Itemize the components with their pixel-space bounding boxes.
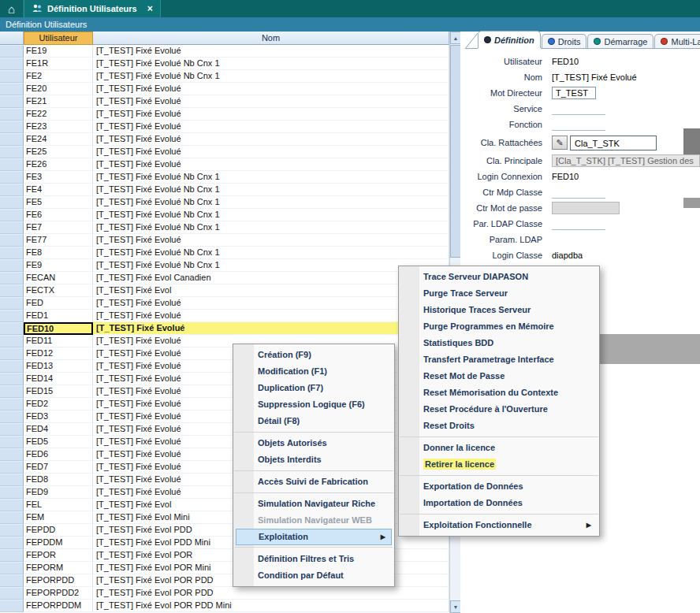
user-cell[interactable]: FED11	[24, 335, 93, 347]
user-cell[interactable]: FE9	[24, 259, 93, 272]
row-selector-cell[interactable]	[0, 58, 24, 70]
table-row[interactable]: FE1R [T_TEST] Fixé Evolué Nb Cnx 1	[0, 58, 449, 70]
row-selector-cell[interactable]	[0, 272, 24, 284]
row-selector-cell[interactable]	[0, 171, 24, 184]
row-selector-header[interactable]	[0, 32, 24, 45]
name-cell[interactable]: [T_TEST] Fixé Evolué	[93, 158, 449, 171]
scroll-down-button[interactable]: ▼	[450, 600, 460, 613]
menu-item[interactable]: Condition par Défaut ▶	[236, 567, 392, 584]
submenu-item[interactable]: Reset Mémorisation du Contexte ▶	[401, 385, 597, 401]
user-cell[interactable]: FEPORPDD	[24, 574, 93, 587]
name-cell[interactable]: [T_TEST] Fixé Evolué	[93, 322, 449, 335]
name-cell[interactable]: [T_TEST] Fixé Evolué	[93, 45, 449, 58]
user-cell[interactable]: FE22	[24, 108, 93, 121]
user-cell[interactable]: FED4	[24, 423, 93, 436]
name-cell[interactable]: [T_TEST] Fixé Evolué	[93, 297, 449, 310]
submenu-item[interactable]: Transfert Parametrage Interface ▶	[401, 351, 597, 368]
table-row[interactable]: FED1 [T_TEST] Fixé Evolué	[0, 310, 449, 322]
field-value[interactable]: FED10	[552, 57, 579, 66]
submenu-item[interactable]: Trace Serveur DIAPASON ▶	[401, 269, 597, 285]
user-cell[interactable]: FED2	[24, 398, 93, 411]
name-cell[interactable]: [T_TEST] Fixé Evolué Nb Cnx 1	[93, 58, 449, 70]
field-value[interactable]	[552, 202, 620, 214]
row-selector-cell[interactable]	[0, 146, 24, 158]
row-selector-cell[interactable]	[0, 587, 24, 600]
column-header-utilisateur[interactable]: Utilisateur	[24, 32, 93, 45]
row-selector-cell[interactable]	[0, 385, 24, 398]
field-value[interactable]	[552, 218, 605, 230]
table-row[interactable]: FE19 [T_TEST] Fixé Evolué	[0, 45, 449, 58]
name-cell[interactable]: [T_TEST] Fixé Evol	[93, 284, 449, 297]
field-value[interactable]	[552, 103, 605, 115]
row-selector-cell[interactable]	[0, 121, 24, 133]
tab-close-icon[interactable]: ×	[147, 3, 153, 14]
scrollbar-thumb[interactable]	[450, 45, 460, 258]
name-cell[interactable]: [T_TEST] Fixé Evol POR PDD Mini	[93, 600, 449, 612]
row-selector-cell[interactable]	[0, 209, 24, 221]
user-cell[interactable]: FED7	[24, 461, 93, 474]
name-cell[interactable]: [T_TEST] Fixé Evolué	[93, 83, 449, 95]
submenu-item[interactable]: Historique Traces Serveur ▶	[401, 302, 597, 318]
submenu-item[interactable]: Reset Mot de Passe ▶	[401, 368, 597, 385]
user-cell[interactable]: FED5	[24, 436, 93, 448]
panel-tab[interactable]: Droits	[542, 34, 587, 48]
user-cell[interactable]: FEPORM	[24, 562, 93, 574]
menu-item[interactable]: Duplication (F7) ▶	[236, 380, 392, 396]
table-row[interactable]: FEPORPDD2 [T_TEST] Fixé Evol POR PDD	[0, 587, 449, 600]
user-cell[interactable]: FEPORPDD2	[24, 587, 93, 600]
name-cell[interactable]: [T_TEST] Fixé Evolué Nb Cnx 1	[93, 196, 449, 209]
table-row[interactable]: FE77 [T_TEST] Fixé Evolué	[0, 234, 449, 247]
menu-item[interactable]: Objets Interdits ▶	[236, 451, 392, 468]
row-selector-cell[interactable]	[0, 95, 24, 108]
table-row[interactable]: FEPORPDDM [T_TEST] Fixé Evol POR PDD Min…	[0, 600, 449, 612]
name-cell[interactable]: [T_TEST] Fixé Evol POR PDD	[93, 587, 449, 600]
user-cell[interactable]: FEPORPDDM	[24, 600, 93, 612]
row-selector-cell[interactable]	[0, 310, 24, 322]
row-selector-cell[interactable]	[0, 600, 24, 612]
name-cell[interactable]: [T_TEST] Fixé Evolué Nb Cnx 1	[93, 221, 449, 234]
user-cell[interactable]: FED14	[24, 373, 93, 385]
row-selector-cell[interactable]	[0, 499, 24, 511]
name-cell[interactable]: [T_TEST] Fixé Evolué Nb Cnx 1	[93, 171, 449, 184]
user-cell[interactable]: FED8	[24, 474, 93, 486]
row-selector-cell[interactable]	[0, 83, 24, 95]
panel-tab[interactable]: Multi-Lan	[654, 34, 700, 48]
user-cell[interactable]: FE2	[24, 70, 93, 83]
table-row[interactable]: FE21 [T_TEST] Fixé Evolué	[0, 95, 449, 108]
user-cell[interactable]: FED1	[24, 310, 93, 322]
user-cell[interactable]: FE26	[24, 158, 93, 171]
row-selector-cell[interactable]	[0, 133, 24, 146]
name-cell[interactable]: [T_TEST] Fixé Evolué	[93, 310, 449, 322]
row-selector-cell[interactable]	[0, 108, 24, 121]
table-row[interactable]: FE5 [T_TEST] Fixé Evolué Nb Cnx 1	[0, 196, 449, 209]
field-value[interactable]	[552, 187, 605, 199]
user-cell[interactable]: FED9	[24, 486, 93, 499]
table-row[interactable]: FECAN [T_TEST] Fixé Evol Canadien	[0, 272, 449, 284]
panel-tab[interactable]: Définition	[478, 31, 541, 48]
menu-item[interactable]: Simulation Navigateur Riche ▶	[236, 496, 392, 512]
row-selector-cell[interactable]	[0, 347, 24, 360]
submenu-item[interactable]: Reset Procédure à l'Ouverture ▶	[401, 401, 597, 418]
user-cell[interactable]: FE8	[24, 247, 93, 259]
table-row[interactable]: FE20 [T_TEST] Fixé Evolué	[0, 83, 449, 95]
row-selector-cell[interactable]	[0, 537, 24, 549]
field-value[interactable]: [Cla_T_STK] [T_TEST] Gestion des	[552, 154, 700, 167]
cutoff-button-bottom[interactable]	[683, 198, 700, 208]
user-cell[interactable]: FE23	[24, 121, 93, 133]
user-cell[interactable]: FE25	[24, 146, 93, 158]
table-row[interactable]: FE9 [T_TEST] Fixé Evolué Nb Cnx 1	[0, 259, 449, 272]
user-cell[interactable]: FE4	[24, 184, 93, 196]
row-selector-cell[interactable]	[0, 461, 24, 474]
panel-tab[interactable]: Démarrage	[587, 34, 653, 48]
table-row[interactable]: FE22 [T_TEST] Fixé Evolué	[0, 108, 449, 121]
row-selector-cell[interactable]	[0, 511, 24, 524]
row-selector-cell[interactable]	[0, 574, 24, 587]
name-cell[interactable]: [T_TEST] Fixé Evolué Nb Cnx 1	[93, 184, 449, 196]
submenu-item[interactable]: Retirer la licence ▶	[401, 456, 597, 473]
user-cell[interactable]: FE6	[24, 209, 93, 221]
user-cell[interactable]: FEPDDM	[24, 537, 93, 549]
field-value[interactable]: Cla_T_STK	[570, 136, 657, 150]
user-cell[interactable]: FE1R	[24, 58, 93, 70]
row-selector-cell[interactable]	[0, 335, 24, 347]
user-cell[interactable]: FE77	[24, 234, 93, 247]
